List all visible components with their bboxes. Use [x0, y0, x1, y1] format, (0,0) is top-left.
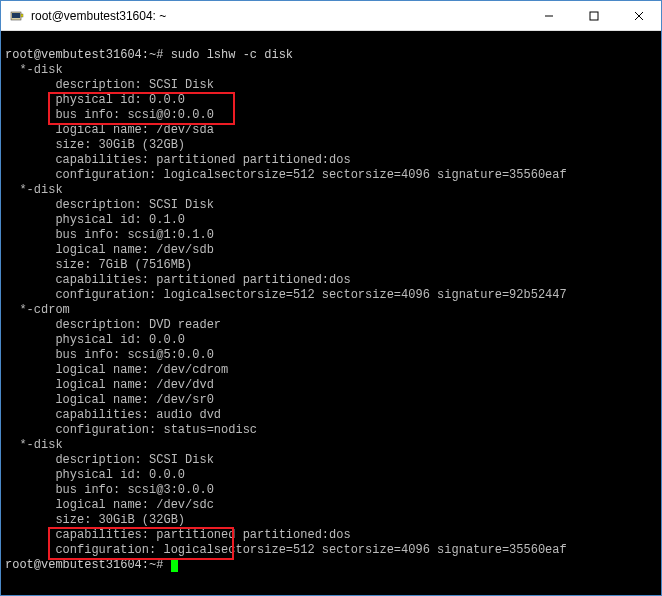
output-line: configuration: status=nodisc	[5, 423, 257, 437]
prompt: root@vembutest31604:~#	[5, 48, 163, 62]
svg-rect-1	[12, 13, 20, 18]
output-line: logical name: /dev/dvd	[5, 378, 214, 392]
terminal-window: root@vembutest31604: ~ root@vembutest316…	[0, 0, 662, 596]
output-line: bus info: scsi@0:0.0.0	[5, 108, 214, 122]
output-line: configuration: logicalsectorsize=512 sec…	[5, 168, 567, 182]
prompt: root@vembutest31604:~#	[5, 558, 163, 572]
output-line: physical id: 0.0.0	[5, 333, 185, 347]
output-line: *-disk	[5, 63, 63, 77]
output-line: bus info: scsi@3:0.0.0	[5, 483, 214, 497]
output-line: description: SCSI Disk	[5, 78, 214, 92]
putty-icon	[9, 8, 25, 24]
output-line: configuration: logicalsectorsize=512 sec…	[5, 543, 567, 557]
window-controls	[526, 1, 661, 30]
output-line: description: SCSI Disk	[5, 453, 214, 467]
output-line: description: SCSI Disk	[5, 198, 214, 212]
cursor	[171, 559, 178, 572]
output-line: logical name: /dev/sda	[5, 123, 214, 137]
output-line: configuration: logicalsectorsize=512 sec…	[5, 288, 567, 302]
output-line: *-cdrom	[5, 303, 70, 317]
output-line: capabilities: audio dvd	[5, 408, 221, 422]
output-line: physical id: 0.0.0	[5, 468, 185, 482]
output-line: bus info: scsi@5:0.0.0	[5, 348, 214, 362]
titlebar[interactable]: root@vembutest31604: ~	[1, 1, 661, 31]
window-title: root@vembutest31604: ~	[31, 9, 526, 23]
output-line: size: 30GiB (32GB)	[5, 513, 185, 527]
output-line: capabilities: partitioned partitioned:do…	[5, 528, 351, 542]
output-line: *-disk	[5, 438, 63, 452]
terminal-body[interactable]: root@vembutest31604:~# sudo lshw -c disk…	[1, 31, 661, 595]
output-line: size: 30GiB (32GB)	[5, 138, 185, 152]
output-line: description: DVD reader	[5, 318, 221, 332]
output-line: *-disk	[5, 183, 63, 197]
maximize-button[interactable]	[571, 1, 616, 30]
output-line: logical name: /dev/sdc	[5, 498, 214, 512]
output-line: physical id: 0.0.0	[5, 93, 185, 107]
svg-rect-4	[590, 12, 598, 20]
output-line: physical id: 0.1.0	[5, 213, 185, 227]
svg-rect-2	[21, 14, 23, 17]
minimize-button[interactable]	[526, 1, 571, 30]
output-line: bus info: scsi@1:0.1.0	[5, 228, 214, 242]
output-line: capabilities: partitioned partitioned:do…	[5, 153, 351, 167]
close-button[interactable]	[616, 1, 661, 30]
output-line: logical name: /dev/cdrom	[5, 363, 228, 377]
command: sudo lshw -c disk	[171, 48, 293, 62]
output-line: size: 7GiB (7516MB)	[5, 258, 192, 272]
output-line: logical name: /dev/sdb	[5, 243, 214, 257]
output-line: capabilities: partitioned partitioned:do…	[5, 273, 351, 287]
output-line: logical name: /dev/sr0	[5, 393, 214, 407]
